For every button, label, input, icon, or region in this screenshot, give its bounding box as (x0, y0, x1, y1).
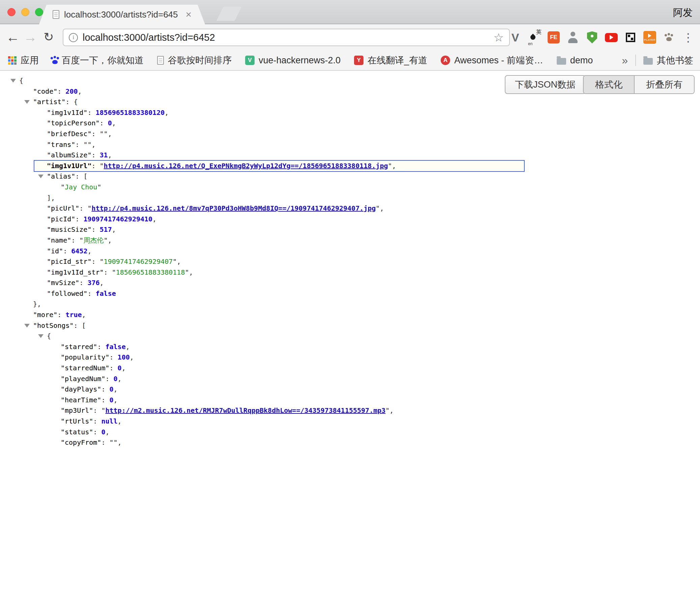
address-bar[interactable]: i localhost:3000/artists?id=6452 ☆ (63, 29, 510, 46)
json-token-k: "trans" (47, 141, 75, 149)
json-token-p: , (108, 151, 112, 159)
json-token-k: "name" (47, 236, 71, 244)
json-token-n: 0 (108, 119, 112, 127)
json-token-k: "artist" (33, 98, 65, 106)
json-viewer-page: 下载JSON数据 格式化 折叠所有 {"code": 200,"artist":… (0, 71, 700, 591)
json-token-p: " (388, 162, 392, 170)
json-token-kb: "img1v1Url" (47, 162, 91, 170)
tab-title: localhost:3000/artists?id=645 (64, 9, 181, 20)
json-line: "name": "周杰伦", (0, 235, 700, 246)
fehelper-letters: FE (548, 31, 560, 43)
fehelper-extension-icon[interactable]: FE (547, 29, 561, 46)
paw-extension-icon[interactable] (662, 29, 676, 46)
translate-pen-icon[interactable]: 英 en (527, 29, 542, 46)
json-token-p: " (79, 236, 83, 244)
bookmark-label: 在线翻译_有道 (368, 54, 427, 66)
json-token-p: " (100, 162, 104, 170)
bookmark-apps[interactable]: 应用 (8, 54, 39, 66)
youtube-play-icon (605, 33, 618, 42)
json-token-n: 0 (118, 364, 122, 372)
json-token-k: "code" (33, 87, 57, 95)
json-token-p: : [ (75, 172, 87, 180)
json-url-link[interactable]: http://p4.music.126.net/8mv7qP30Pd3oHW8b… (91, 204, 376, 212)
collapse-caret-icon[interactable] (10, 79, 16, 83)
youdao-icon: Y (354, 56, 363, 65)
bookmark-label: Awesomes - 前端资… (454, 54, 543, 66)
bookmark-youdao[interactable]: Y 在线翻译_有道 (354, 54, 427, 66)
profile-extension-icon[interactable] (566, 29, 580, 46)
collapse-caret-icon[interactable] (38, 175, 43, 178)
json-line: "starredNum": 0, (0, 363, 700, 374)
close-window-button[interactable] (7, 8, 16, 16)
json-token-p: : [ (74, 321, 86, 330)
json-token-p: , (118, 417, 122, 425)
bookmark-baidu[interactable]: 百度一下，你就知道 (52, 54, 144, 66)
json-token-b: null (101, 417, 117, 425)
json-line: "hearTime": 0, (0, 395, 700, 406)
tab-close-icon[interactable]: × (185, 9, 192, 20)
json-token-p: , (152, 215, 156, 223)
json-url-link[interactable]: http://m2.music.126.net/RMJR7wDullRqppBk… (105, 406, 385, 414)
new-tab-button[interactable] (216, 7, 241, 21)
json-token-p: : (104, 268, 112, 276)
json-token-p: , (108, 130, 112, 138)
player-extension-icon[interactable]: PLAYER (643, 29, 657, 46)
qrcode-extension-icon[interactable] (623, 29, 638, 46)
json-token-p: : (91, 151, 99, 159)
site-info-icon[interactable]: i (69, 33, 78, 42)
browser-tab[interactable]: localhost:3000/artists?id=645 × (39, 5, 205, 24)
collapse-caret-icon[interactable] (24, 100, 30, 104)
json-line: "Jay Chou" (0, 182, 700, 193)
json-token-k: "img1v1Id" (47, 108, 87, 117)
json-token-b: false (105, 343, 125, 351)
bookmark-label: vue-hackernews-2.0 (259, 55, 341, 66)
json-line: ], (0, 193, 700, 204)
json-line: { (0, 75, 700, 86)
json-token-n: 19097417462929410 (83, 215, 152, 223)
minimize-window-button[interactable] (21, 8, 29, 16)
json-token-p: " (97, 183, 101, 191)
json-token-k: "starredNum" (61, 364, 110, 372)
json-url-link[interactable]: http://p4.music.126.net/Q_ExePNkmgB2yWyL… (104, 162, 388, 170)
json-line: "artist": { (0, 97, 700, 107)
bookmark-vue-hackernews[interactable]: V vue-hackernews-2.0 (245, 55, 341, 66)
json-token-k: "mvSize" (47, 279, 79, 287)
json-token-k: "dayPlays" (61, 385, 101, 393)
json-token-p: : (71, 236, 79, 244)
bookmarks-overflow-chevron[interactable]: » (622, 54, 628, 67)
zoom-window-button[interactable] (35, 8, 43, 16)
json-token-n: 0 (101, 428, 105, 436)
bookmark-star-icon[interactable]: ☆ (494, 32, 504, 43)
back-button[interactable]: ← (5, 28, 21, 46)
json-token-p: " (112, 268, 116, 276)
json-line: "dayPlays": 0, (0, 384, 700, 395)
shield-extension-icon[interactable] (585, 29, 599, 46)
json-token-p: , (165, 108, 169, 117)
forward-button[interactable]: → (22, 28, 38, 46)
bookmark-demo[interactable]: demo (557, 55, 593, 66)
json-token-p: : (87, 108, 95, 117)
browser-menu-button[interactable]: ⋮ (681, 29, 695, 46)
vimium-extension-icon[interactable]: V (508, 29, 522, 46)
bookmark-awesomes[interactable]: A Awesomes - 前端资… (441, 54, 543, 66)
json-token-k: "picUrl" (47, 204, 79, 212)
json-token-p: , (122, 364, 126, 372)
json-line: "albumSize": 31, (0, 150, 700, 161)
json-token-p: { (19, 76, 23, 85)
other-bookmarks-button[interactable]: 其他书签 (643, 54, 693, 66)
json-token-p: : (63, 247, 71, 255)
folder-icon (557, 58, 566, 65)
collapse-caret-icon[interactable] (38, 334, 43, 338)
json-token-n: 0 (110, 396, 114, 404)
json-token-b: false (96, 289, 116, 298)
bookmark-google-sort[interactable]: 谷歌按时间排序 (157, 54, 232, 66)
bookmarks-separator (635, 55, 636, 66)
folder-icon (643, 58, 653, 65)
json-token-p: : (91, 257, 99, 266)
collapse-caret-icon[interactable] (24, 324, 30, 328)
url-text[interactable]: localhost:3000/artists?id=6452 (83, 32, 489, 43)
json-token-p: : (87, 289, 95, 298)
json-token-p: , (114, 385, 118, 393)
reload-button[interactable]: ↻ (40, 28, 57, 46)
youtube-extension-icon[interactable] (604, 29, 618, 46)
